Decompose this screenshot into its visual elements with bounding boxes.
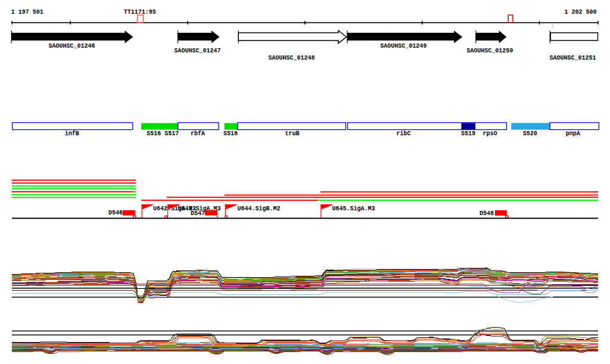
svg-text:S518: S518 <box>223 130 238 137</box>
svg-text:U645.SigA.M3: U645.SigA.M3 <box>332 206 375 212</box>
svg-text:SAOUHSC_01250: SAOUHSC_01250 <box>466 48 513 54</box>
svg-text:ribC: ribC <box>396 130 410 137</box>
svg-text:pnpA: pnpA <box>566 130 580 137</box>
svg-text:SAOUHSC_01249: SAOUHSC_01249 <box>380 43 427 49</box>
svg-text:infB: infB <box>65 130 79 137</box>
svg-text:rpsO: rpsO <box>483 130 497 137</box>
svg-text:1 202 500: 1 202 500 <box>564 9 596 15</box>
svg-text:SAOUHSC_01251: SAOUHSC_01251 <box>549 55 596 61</box>
svg-text:SAOUHSC_01247: SAOUHSC_01247 <box>174 48 220 54</box>
svg-text:rbfA: rbfA <box>191 130 205 137</box>
svg-text:D548: D548 <box>480 210 494 217</box>
svg-text:TT1171:95: TT1171:95 <box>124 9 156 15</box>
svg-text:SAOUHSC_01248: SAOUHSC_01248 <box>268 55 315 61</box>
svg-text:D546: D546 <box>108 210 123 216</box>
svg-text:SAOUHSC_01246: SAOUHSC_01246 <box>49 43 95 49</box>
svg-text:S516 S517: S516 S517 <box>147 130 179 137</box>
svg-text:truB: truB <box>285 130 299 137</box>
svg-text:S520: S520 <box>523 130 537 137</box>
svg-text:1 197 501: 1 197 501 <box>11 9 43 15</box>
svg-text:U644.SigB.M2: U644.SigB.M2 <box>238 206 281 212</box>
svg-text:S519: S519 <box>461 130 475 137</box>
